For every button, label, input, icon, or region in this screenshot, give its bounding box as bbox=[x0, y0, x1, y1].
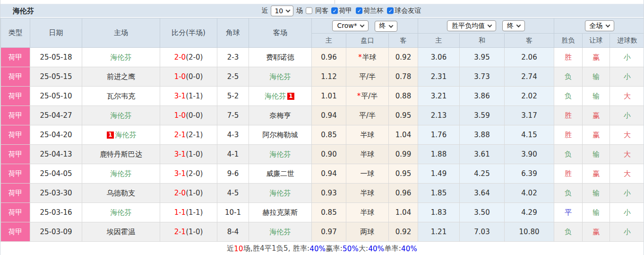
same-away-checkbox[interactable] bbox=[306, 8, 312, 14]
match-row: 荷甲25-03-16海伦芬1-1(1-1)10-1赫拉克莱斯0.85半球1.04… bbox=[1, 203, 644, 222]
result-text: 输 bbox=[592, 72, 600, 81]
result-goals-cell: 大 bbox=[610, 164, 644, 184]
score-cell: 1-0(0-0) bbox=[160, 106, 217, 125]
chevron-down-icon bbox=[488, 23, 492, 27]
result-text: 输 bbox=[592, 208, 600, 217]
euro-draw-odds-cell: 3.64 bbox=[460, 184, 505, 203]
subcol-result-goals: 进球数 bbox=[610, 34, 644, 48]
asian-away-odds-cell: 1.04 bbox=[389, 203, 418, 222]
euro-away-odds-cell: 2.02 bbox=[505, 87, 554, 106]
filter-checkbox[interactable]: ✓ bbox=[356, 8, 362, 14]
corner-cell: 2-5 bbox=[217, 67, 249, 87]
scope-select[interactable]: 全场 bbox=[585, 20, 614, 31]
filter-checkbox[interactable]: ✓ bbox=[331, 8, 338, 14]
league-cell: 荷甲 bbox=[1, 164, 30, 184]
score-cell: 2-1(2-1) bbox=[160, 125, 217, 145]
result-text: 负 bbox=[565, 189, 572, 197]
euro-draw-odds-cell: 3.88 bbox=[460, 125, 505, 145]
score-cell: 1-0(0-0) bbox=[160, 67, 217, 87]
result-text: 赢 bbox=[592, 111, 600, 120]
result-wdl-cell: 胜 bbox=[554, 106, 583, 125]
asian-time-select[interactable]: 终 bbox=[375, 21, 397, 32]
europe-time-select[interactable]: 终 bbox=[502, 20, 525, 31]
changed-line-star: * bbox=[357, 92, 361, 100]
recent-count-select[interactable]: 10 bbox=[271, 5, 293, 16]
match-row: 荷甲25-04-05海伦芬3-1(2-0)9-6威廉二世0.94一球0.951.… bbox=[1, 164, 644, 184]
filter-label: 荷甲 bbox=[339, 7, 352, 15]
summary-footer: 近10场,胜4平1负5, 胜率:40% 赢率:50% 大:40% 单率:40% bbox=[0, 242, 644, 255]
score-cell: 2-0(2-0) bbox=[160, 48, 217, 67]
euro-away-odds-cell: 2.74 bbox=[505, 67, 554, 87]
asian-home-odds-cell: 0.85 bbox=[312, 125, 346, 145]
filter-checkbox[interactable]: ✓ bbox=[387, 8, 394, 14]
result-text: 小 bbox=[624, 72, 631, 81]
result-goals-cell: 小 bbox=[610, 106, 644, 125]
team-name: 威廉二世 bbox=[266, 169, 294, 178]
summary-segment: 40% bbox=[368, 245, 384, 253]
team-name: 阿尔梅勒城 bbox=[263, 131, 298, 139]
handicap-line-cell: *半球 bbox=[346, 48, 389, 67]
score-cell: 3-1(2-0) bbox=[160, 164, 217, 184]
away-team-cell: 威廉二世 bbox=[249, 164, 312, 184]
summary-segment: 10 bbox=[234, 245, 243, 253]
away-team-cell: 阿尔梅勒城 bbox=[249, 125, 312, 145]
date-cell: 25-05-10 bbox=[30, 87, 82, 106]
result-goals-cell: 小 bbox=[610, 48, 644, 67]
result-text: 赢 bbox=[592, 169, 600, 178]
match-row: 荷甲25-04-27海伦芬1-0(0-0)7-5奈梅亨0.94平/半0.952.… bbox=[1, 106, 644, 125]
team-name: 海伦芬 bbox=[115, 131, 137, 139]
summary-segment: 单率: bbox=[384, 244, 401, 253]
corner-cell: 9-6 bbox=[217, 164, 249, 184]
matches-table: 类型 日期 主场 比分(半场) 角球 客场 Crow* 终 bbox=[0, 18, 644, 242]
subcol-asian-away: 客 bbox=[389, 34, 418, 48]
summary-segment: 场,胜4平1负5, 胜率: bbox=[243, 244, 310, 253]
euro-draw-odds-cell: 3.59 bbox=[460, 106, 505, 125]
chevron-down-icon bbox=[516, 23, 521, 27]
euro-away-odds-cell: 4.29 bbox=[505, 203, 554, 222]
summary-segment: 近 bbox=[227, 244, 234, 253]
result-text: 输 bbox=[592, 92, 600, 100]
odds-type-select[interactable]: 胜平负均值 bbox=[447, 20, 496, 31]
bookmaker-select[interactable]: Crow* bbox=[332, 20, 368, 31]
euro-away-odds-cell: 4.15 bbox=[505, 125, 554, 145]
euro-away-odds-cell: 3.17 bbox=[505, 106, 554, 125]
away-team-cell: 海伦芬1 bbox=[249, 87, 312, 106]
result-text: 输 bbox=[592, 189, 600, 197]
result-handicap-cell: 赢 bbox=[583, 222, 610, 242]
asian-home-odds-cell: 0.90 bbox=[312, 145, 346, 164]
euro-away-odds-cell: 2.06 bbox=[505, 48, 554, 67]
league-cell: 荷甲 bbox=[1, 87, 30, 106]
result-text: 输 bbox=[592, 150, 600, 158]
asian-away-odds-cell: 0.92 bbox=[389, 222, 418, 242]
chevron-down-icon bbox=[360, 23, 364, 27]
fulltime-score: 1-0 bbox=[174, 111, 186, 120]
team-name: 海伦芬 bbox=[111, 169, 132, 178]
europe-time-value: 终 bbox=[507, 22, 514, 30]
fulltime-score: 2-1 bbox=[174, 131, 186, 139]
euro-home-odds-cell: 3.06 bbox=[418, 48, 460, 67]
league-cell: 荷甲 bbox=[1, 125, 30, 145]
match-row: 荷甲25-03-09埃因霍温2-1(1-0)8-4海伦芬0.97两球0.921.… bbox=[1, 222, 644, 242]
league-cell: 荷甲 bbox=[1, 106, 30, 125]
home-team-cell: 埃因霍温 bbox=[82, 222, 160, 242]
col-header-date: 日期 bbox=[30, 18, 82, 48]
team-name: 瓦尔韦克 bbox=[107, 92, 135, 100]
asian-away-odds-cell: 0.88 bbox=[389, 87, 418, 106]
result-text: 胜 bbox=[565, 131, 572, 139]
home-team-cell: 乌德勒支 bbox=[82, 184, 160, 203]
col-header-home: 主场 bbox=[82, 18, 160, 48]
asian-odds-header: Crow* 终 bbox=[312, 18, 418, 34]
score-cell: 1-1(1-1) bbox=[160, 203, 217, 222]
asian-home-odds-cell: 0.94 bbox=[312, 164, 346, 184]
league-cell: 荷甲 bbox=[1, 48, 30, 67]
result-wdl-cell: 负 bbox=[554, 145, 583, 164]
matches-tbody: 荷甲25-05-18海伦芬2-0(2-0)2-3费耶诺德0.96*半球0.923… bbox=[1, 48, 644, 242]
euro-home-odds-cell: 2.13 bbox=[418, 106, 460, 125]
result-text: 负 bbox=[565, 228, 572, 236]
score-cell: 3-1(1-0) bbox=[160, 145, 217, 164]
away-team-cell: 奈梅亨 bbox=[249, 106, 312, 125]
result-handicap-cell: 输 bbox=[583, 87, 610, 106]
fulltime-score: 2-0 bbox=[174, 189, 186, 197]
same-away-label: 同客 bbox=[315, 7, 328, 15]
red-card-badge: 1 bbox=[107, 132, 113, 139]
